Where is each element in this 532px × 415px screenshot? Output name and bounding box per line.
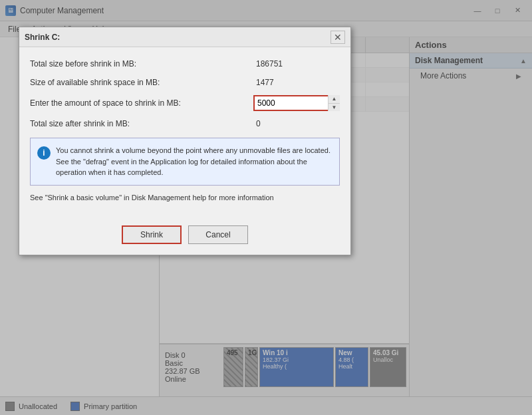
shrink-button[interactable]: Shrink [122,225,182,244]
info-text: You cannot shrink a volume beyond the po… [56,145,332,178]
value-avail-space: 1477 [253,76,340,88]
dialog-title: Shrink C: [25,33,331,42]
shrink-dialog: Shrink C: ✕ Total size before shrink in … [19,27,351,255]
cancel-button[interactable]: Cancel [188,225,248,244]
label-avail-space: Size of available shrink space in MB: [30,78,253,87]
dialog-footer: Shrink Cancel [19,220,350,255]
form-row-shrink-amount: Enter the amount of space to shrink in M… [30,95,340,111]
label-total-size: Total size before shrink in MB: [30,59,253,69]
form-row-avail-space: Size of available shrink space in MB: 14… [30,76,340,88]
form-row-size-after: Total size after shrink in MB: 0 [30,118,340,130]
shrink-amount-input[interactable] [253,95,340,111]
form-row-total-size: Total size before shrink in MB: 186751 [30,58,340,70]
help-link-text: See "Shrink a basic volume" in Disk Mana… [30,194,274,202]
value-size-after: 0 [253,118,340,130]
help-link[interactable]: See "Shrink a basic volume" in Disk Mana… [30,194,340,202]
info-box: i You cannot shrink a volume beyond the … [30,138,340,186]
label-size-after: Total size after shrink in MB: [30,119,253,128]
shrink-amount-input-wrap: ▲ ▼ [253,95,340,111]
dialog-overlay: Shrink C: ✕ Total size before shrink in … [0,0,532,415]
info-icon: i [37,146,51,160]
dialog-body: Total size before shrink in MB: 186751 S… [19,47,350,220]
dialog-title-bar: Shrink C: ✕ [19,27,350,47]
spin-up-button[interactable]: ▲ [329,95,340,104]
label-shrink-amount: Enter the amount of space to shrink in M… [30,98,253,108]
main-window: 🖥 Computer Management — □ ✕ File Action … [0,0,532,415]
spin-down-button[interactable]: ▼ [329,104,340,112]
dialog-close-button[interactable]: ✕ [331,31,345,44]
spin-buttons: ▲ ▼ [328,95,340,111]
value-total-size: 186751 [253,58,340,70]
